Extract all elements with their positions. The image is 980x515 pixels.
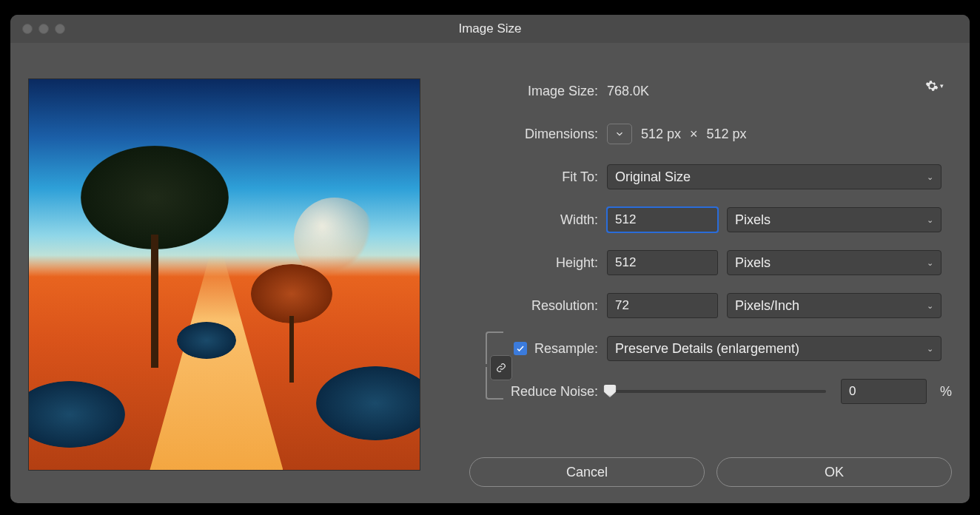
titlebar: Image Size (10, 15, 970, 43)
dimensions-height: 512 px (707, 127, 747, 142)
fit-to-label: Fit To: (465, 169, 607, 185)
dimensions-width: 512 px (641, 127, 681, 142)
ok-button[interactable]: OK (716, 457, 952, 487)
cancel-button[interactable]: Cancel (469, 457, 705, 487)
resample-checkbox[interactable] (514, 342, 527, 355)
width-unit-value: Pixels (735, 212, 771, 228)
form-panel: ▾ Image Size: 768.0K Dimensions: 512 px … (465, 68, 952, 488)
window-controls (22, 24, 65, 34)
resolution-label: Resolution: (517, 298, 607, 314)
settings-menu-button[interactable]: ▾ (925, 77, 947, 95)
image-size-label: Image Size: (465, 84, 607, 99)
percent-label: % (940, 384, 952, 400)
reduce-noise-slider[interactable] (610, 390, 826, 393)
resample-method-value: Preserve Details (enlargement) (615, 341, 799, 357)
fit-to-select[interactable]: Original Size ⌄ (607, 164, 942, 189)
chevron-down-icon: ▾ (940, 82, 944, 90)
chevron-down-icon: ⌄ (927, 301, 933, 311)
width-input[interactable] (607, 207, 718, 232)
gear-icon (925, 79, 939, 92)
constrain-proportions-toggle[interactable] (490, 355, 512, 380)
zoom-window-button[interactable] (55, 24, 65, 34)
image-size-value: 768.0K (607, 84, 649, 99)
chevron-down-icon: ⌄ (927, 258, 933, 268)
resolution-unit-value: Pixels/Inch (735, 298, 799, 314)
minimize-window-button[interactable] (38, 24, 49, 34)
height-input[interactable] (607, 250, 718, 275)
chevron-down-icon: ⌄ (927, 215, 933, 225)
fit-to-value: Original Size (615, 169, 691, 185)
preview-image (28, 78, 420, 471)
resolution-input[interactable] (607, 293, 718, 318)
dimensions-separator: × (690, 127, 698, 142)
close-window-button[interactable] (22, 24, 33, 34)
resolution-unit-select[interactable]: Pixels/Inch ⌄ (727, 293, 942, 318)
height-unit-select[interactable]: Pixels ⌄ (727, 250, 942, 275)
resample-label: Resample: (534, 341, 598, 357)
reduce-noise-input[interactable] (841, 379, 927, 404)
height-unit-value: Pixels (735, 255, 771, 271)
chevron-down-icon: ⌄ (927, 172, 933, 182)
window-title: Image Size (10, 21, 970, 36)
check-icon (516, 344, 525, 353)
dialog-footer: Cancel OK (469, 457, 952, 487)
width-unit-select[interactable]: Pixels ⌄ (727, 207, 942, 232)
chevron-down-icon: ⌄ (927, 344, 933, 354)
resample-method-select[interactable]: Preserve Details (enlargement) ⌄ (607, 336, 942, 361)
link-icon (496, 361, 506, 374)
dimensions-label: Dimensions: (465, 127, 607, 142)
chevron-down-icon (614, 129, 625, 139)
width-label: Width: (517, 212, 607, 228)
image-size-dialog: Image Size ▾ Image Size: 768.0 (10, 15, 970, 503)
reduce-noise-label: Reduce Noise: (465, 384, 607, 400)
dimensions-unit-button[interactable] (607, 124, 632, 144)
height-label: Height: (517, 255, 607, 271)
